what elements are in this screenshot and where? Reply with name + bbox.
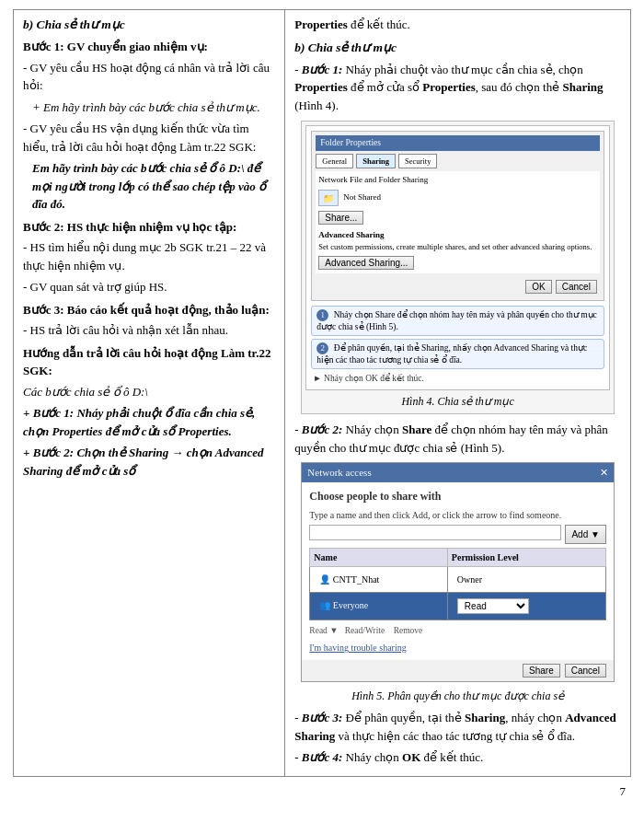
fig5-add-btn[interactable]: Add ▼ xyxy=(565,525,605,544)
fig5-footer: Share Cancel xyxy=(302,660,614,681)
sharing-row: 📁 Not Shared xyxy=(318,190,597,206)
folder-icon: 📁 xyxy=(318,190,339,206)
step1-plus1-text: + Em hãy trình bày các bước chia sẻ thư … xyxy=(32,100,260,114)
step2-p1: - HS tìm hiểu nội dung mục 2b SGK tr.21 … xyxy=(23,238,275,274)
tab-security: Security xyxy=(398,154,437,169)
fig5-name-input[interactable] xyxy=(309,525,561,540)
advanced-sharing-btn[interactable]: Advanced Sharing... xyxy=(318,256,414,270)
tab-general: General xyxy=(316,154,353,169)
fig4-titlebar: Folder Properties xyxy=(316,135,600,150)
step1-plus1: + Em hãy trình bày các bước chia sẻ thư … xyxy=(32,98,275,117)
share-button[interactable]: Share xyxy=(523,664,560,678)
fig5-title: Network access xyxy=(307,465,371,481)
ok-btn[interactable]: OK xyxy=(525,280,551,294)
fig4-footer: OK Cancel xyxy=(316,277,600,296)
bubble2-text: Để phân quyền, tại thẻ Sharing, nhấy chọ… xyxy=(316,343,587,365)
guide-sub: Các bước chia sẻ ổ ô D:\ xyxy=(23,383,275,401)
left-section-b-title: b) Chia sẻ thư mục xyxy=(23,16,275,34)
tab-sharing: Sharing xyxy=(356,154,396,169)
perm-options-label: Read ▼ Read/Write Remove xyxy=(309,624,606,637)
guide-b1-text: + Bước 1: Nháy phải chuột ổ đĩa cần chia… xyxy=(23,406,255,438)
fig4-tabs: General Sharing Security xyxy=(316,154,600,169)
col-name-header: Name xyxy=(310,548,448,566)
bước4-text: - Bước 4: Nháy chọn OK để kết thúc. xyxy=(294,748,621,767)
row1-owner: Owner xyxy=(447,566,605,592)
trouble-link[interactable]: I'm having trouble sharing xyxy=(309,641,606,654)
fig5-input-row: Add ▼ xyxy=(309,525,606,544)
row1-name: 👤 CNTT_Nhat xyxy=(310,566,448,592)
fig5-share-table: Name Permission Level 👤 CNTT_Nhat xyxy=(309,548,606,620)
sharing-label: Network File and Folder Sharing xyxy=(318,174,597,187)
step1-title: Bước 1: GV chuyển giao nhiệm vụ: xyxy=(23,38,275,56)
step1-task: Em hãy trình bày các bước chia sẻ ổ ô D:… xyxy=(32,159,275,214)
table-row[interactable]: 👥 Everyone Read Read/Write Remove xyxy=(310,592,606,620)
step1-p2: - GV yêu cầu HS vận dụng kiến thức vừa t… xyxy=(23,120,275,156)
advanced-sharing-label: Advanced Sharing xyxy=(318,229,597,242)
advanced-sharing-btn-row: Advanced Sharing... xyxy=(318,256,597,271)
right-section-b-title: b) Chia sẻ thư mục xyxy=(294,39,621,57)
step3-p1: - HS trả lời câu hỏi và nhận xét lẫn nha… xyxy=(23,321,275,340)
step2-p2: - GV quan sát và trợ giúp HS. xyxy=(23,278,275,296)
step3-title: Bước 3: Báo cáo kết quả hoạt động, thảo … xyxy=(23,301,275,319)
guide-b1: + Bước 1: Nháy phải chuột ổ đĩa cần chia… xyxy=(23,404,275,440)
page-number: 7 xyxy=(0,777,644,799)
left-column: b) Chia sẻ thư mục Bước 1: GV chuyển gia… xyxy=(14,10,285,777)
group-icon: 👥 xyxy=(319,600,330,610)
col-permission-header: Permission Level xyxy=(447,548,605,566)
guide-title: Hướng dẫn trả lời câu hỏi hoạt động Làm … xyxy=(23,344,275,380)
guide-b2: + Bước 2: Chọn thẻ Sharing → chọn Advanc… xyxy=(23,444,275,480)
user-icon: 👤 xyxy=(319,574,330,585)
share-btn[interactable]: Share... xyxy=(318,211,363,225)
right-column: Properties Properties để kết thúc.để kết… xyxy=(285,10,631,777)
bubble1: 1 Nháy chọn Share để chọn nhóm hay tên m… xyxy=(311,306,604,336)
top-text: Properties Properties để kết thúc.để kết… xyxy=(294,16,621,34)
fig5-input-hint: Type a name and then click Add, or click… xyxy=(309,508,606,522)
figure4-box: Folder Properties General Sharing Securi… xyxy=(301,121,615,414)
fig5-caption: Hình 5. Phân quyền cho thư mục được chia… xyxy=(294,688,621,704)
cancel-button[interactable]: Cancel xyxy=(565,664,606,678)
row2-perm: Read Read/Write Remove xyxy=(447,592,605,620)
fig5-subtitle: Choose people to share with xyxy=(309,488,606,504)
bước1-intro: - Bước 1: Nháy phải chuột vào thư mục cầ… xyxy=(294,61,621,115)
fig5-body: Choose people to share with Type a name … xyxy=(302,482,614,660)
row2-name: 👥 Everyone xyxy=(310,592,448,620)
figure4-inner: Folder Properties General Sharing Securi… xyxy=(305,125,610,390)
page: b) Chia sẻ thư mục Bước 1: GV chuyển gia… xyxy=(0,0,644,834)
bubble2: 2 Để phân quyền, tại thẻ Sharing, nhấy c… xyxy=(311,339,604,369)
fig4-bubbles: 1 Nháy chọn Share để chọn nhóm hay tên m… xyxy=(311,306,604,386)
fig4-dialog: Folder Properties General Sharing Securi… xyxy=(311,131,604,300)
close-icon[interactable]: ✕ xyxy=(600,465,608,481)
fig4-sharing-content: Network File and Folder Sharing 📁 Not Sh… xyxy=(316,171,600,272)
table-row: 👤 CNTT_Nhat Owner xyxy=(310,566,606,592)
perm-select[interactable]: Read Read/Write Remove xyxy=(457,598,529,614)
share-buttons: Share... xyxy=(318,211,597,225)
bubble1-text: Nháy chọn Share để chọn nhóm hay tên máy… xyxy=(316,310,596,331)
bước2-text: - Bước 2: Nháy chọn Share để chọn nhóm h… xyxy=(294,421,621,457)
advanced-sharing-desc: Set custom permissions, create multiple … xyxy=(318,241,597,253)
main-table: b) Chia sẻ thư mục Bước 1: GV chuyển gia… xyxy=(13,9,631,777)
step1-p1: - GV yêu cầu HS hoạt động cá nhân và trả… xyxy=(23,59,275,95)
cancel-btn[interactable]: Cancel xyxy=(556,280,597,294)
not-shared-text: Not Shared xyxy=(343,191,381,204)
figure5-box: Network access ✕ Choose people to share … xyxy=(301,462,615,682)
fig4-caption: Hình 4. Chia sẻ thư mục xyxy=(305,393,610,410)
ok-label: ► Nháy chọn OK để kết thúc. xyxy=(313,372,604,385)
bước3-text: - Bước 3: Để phân quyền, tại thẻ Sharing… xyxy=(294,709,621,745)
step2-title: Bước 2: HS thực hiện nhiệm vụ học tập: xyxy=(23,218,275,237)
fig5-titlebar: Network access ✕ xyxy=(302,463,614,482)
